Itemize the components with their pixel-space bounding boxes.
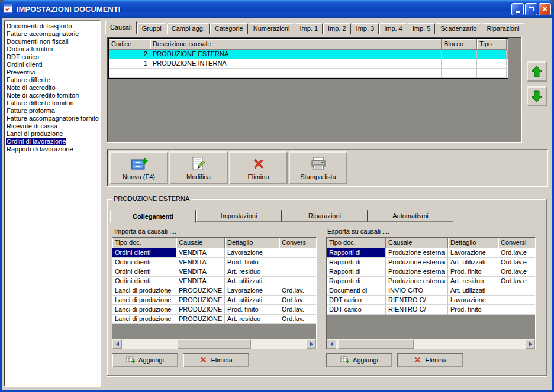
sidebar-item[interactable]: Ricevute di cassa bbox=[5, 122, 99, 130]
table-cell: DDT carico bbox=[327, 305, 386, 315]
tab-gruppi[interactable]: Gruppi bbox=[137, 23, 166, 34]
stampa-lista-button[interactable]: Stampa lista bbox=[289, 151, 347, 184]
document-types-listbox[interactable]: Documenti di trasportoFatture accompagna… bbox=[4, 20, 101, 387]
printer-icon bbox=[310, 155, 327, 172]
table-row[interactable]: 1PRODUZIONE INTERNA bbox=[109, 59, 508, 69]
esporta-label: Esporta su causali .... bbox=[327, 228, 389, 235]
table-row[interactable]: 2PRODUZIONE ESTERNA bbox=[109, 50, 508, 59]
table-row[interactable]: DDT caricoRIENTRO C/Prod. finito bbox=[327, 305, 535, 315]
esporta-aggiungi-button[interactable]: Aggiungi bbox=[326, 353, 392, 367]
scrollbar-thumb[interactable] bbox=[338, 339, 414, 349]
subtab-riparazioni[interactable]: Riparazioni bbox=[282, 210, 368, 222]
close-button[interactable]: × bbox=[539, 3, 551, 15]
column-header[interactable]: Dettaglio bbox=[448, 238, 498, 248]
table-row[interactable]: Ordini clientiVENDITAProd. finito bbox=[112, 258, 316, 267]
importa-aggiungi-button[interactable]: Aggiungi bbox=[112, 353, 178, 367]
tab-imp-1[interactable]: Imp. 1 bbox=[295, 23, 323, 34]
column-header[interactable]: Descrizione causale bbox=[150, 39, 442, 50]
table-row[interactable]: Ordini clientiVENDITAArt. residuo bbox=[112, 267, 316, 277]
table-row[interactable]: Ordini clientiVENDITAArt. utilizzati bbox=[112, 277, 316, 286]
tab-riparazioni[interactable]: Riparazioni bbox=[482, 23, 524, 34]
tab-categorie[interactable]: Categorie bbox=[210, 23, 248, 34]
scroll-right-button[interactable] bbox=[526, 339, 535, 349]
esporta-horizontal-scrollbar[interactable] bbox=[327, 339, 535, 349]
table-row[interactable]: Lanci di produzionePRODUZIONELavorazione… bbox=[112, 286, 316, 296]
sidebar-item[interactable]: Documenti di trasporto bbox=[5, 22, 99, 30]
move-up-button[interactable] bbox=[527, 61, 547, 82]
table-cell: INVIO C/TO bbox=[386, 286, 448, 296]
sidebar-item[interactable]: Ordini di lavorazione bbox=[5, 138, 99, 145]
sidebar-item[interactable]: Fatture differite bbox=[5, 76, 99, 84]
esporta-elimina-button[interactable]: Elimina bbox=[397, 353, 463, 367]
column-header[interactable]: Causale bbox=[176, 238, 225, 248]
table-row[interactable]: Rapporti diProduzione esternaLavorazione… bbox=[327, 248, 535, 258]
importa-horizontal-scrollbar[interactable] bbox=[112, 339, 316, 349]
column-header[interactable]: Tipo doc. bbox=[327, 238, 386, 248]
table-row[interactable]: Ordini clientiVENDITALavorazione bbox=[112, 248, 316, 258]
elimina-button[interactable]: Elimina bbox=[229, 151, 288, 184]
column-header[interactable]: Tipo bbox=[477, 39, 507, 50]
modifica-button[interactable]: Modifica bbox=[169, 151, 228, 184]
scrollbar-track[interactable] bbox=[336, 339, 526, 349]
scrollbar-track[interactable] bbox=[122, 339, 307, 349]
maximize-button[interactable] bbox=[525, 3, 537, 15]
scrollbar-thumb[interactable] bbox=[178, 339, 252, 349]
column-header[interactable]: Causale bbox=[386, 238, 448, 248]
sidebar-item[interactable]: Fatture accompagnatorie fornitori bbox=[5, 115, 99, 122]
subtab-collegamenti[interactable]: Collegamenti bbox=[110, 210, 196, 223]
table-row[interactable]: Lanci di produzionePRODUZIONEArt. utiliz… bbox=[112, 296, 316, 305]
sidebar-item[interactable]: Fatture accompagnatorie bbox=[5, 30, 99, 38]
sidebar-item-label: Fatture proforma bbox=[6, 107, 56, 114]
sidebar-item[interactable]: Documenti non fiscali bbox=[5, 38, 99, 46]
tab-imp-5[interactable]: Imp. 5 bbox=[408, 23, 436, 34]
sidebar-item[interactable]: Note di accredito bbox=[5, 84, 99, 92]
sidebar-item[interactable]: Rapporti di lavorazione bbox=[5, 145, 99, 153]
tab-campi-agg-[interactable]: Campi agg. bbox=[167, 23, 210, 34]
table-cell bbox=[498, 286, 535, 296]
table-row[interactable]: Lanci di produzionePRODUZIONEProd. finit… bbox=[112, 305, 316, 315]
table-cell: Art. residuo bbox=[225, 267, 279, 277]
importa-grid[interactable]: Tipo doc.CausaleDettaglioConversOrdini c… bbox=[112, 237, 317, 349]
tab-imp-4[interactable]: Imp. 4 bbox=[379, 23, 407, 34]
table-row[interactable] bbox=[109, 69, 508, 78]
table-row[interactable]: Rapporti diProduzione esternaProd. finit… bbox=[327, 267, 535, 277]
sidebar-item[interactable]: Fatture proforma bbox=[5, 107, 99, 115]
table-cell: VENDITA bbox=[176, 277, 225, 286]
column-header[interactable]: Blocco bbox=[442, 39, 477, 50]
tab-numerazioni[interactable]: Numerazioni bbox=[249, 23, 295, 34]
sidebar-item[interactable]: Lanci di produzione bbox=[5, 130, 99, 138]
causali-table[interactable]: CodiceDescrizione causaleBloccoTipo2PROD… bbox=[108, 38, 508, 79]
table-row[interactable]: Rapporti diProduzione esternaArt. residu… bbox=[327, 277, 535, 286]
nuova-button[interactable]: Nuova (F4) bbox=[109, 151, 168, 184]
column-header[interactable]: Conversi bbox=[498, 238, 535, 248]
scroll-left-button[interactable] bbox=[112, 339, 122, 349]
subtab-impostazioni[interactable]: Impostazioni bbox=[196, 210, 282, 222]
sidebar-item[interactable]: Ordini a fornitori bbox=[5, 46, 99, 53]
table-row[interactable]: Rapporti diProduzione esternaArt. utiliz… bbox=[327, 258, 535, 267]
tab-imp-2[interactable]: Imp. 2 bbox=[323, 23, 351, 34]
tab-imp-3[interactable]: Imp. 3 bbox=[352, 23, 379, 34]
table-row[interactable]: Lanci di produzionePRODUZIONEArt. residu… bbox=[112, 315, 316, 324]
table-row[interactable]: DDT caricoRIENTRO C/Lavorazione bbox=[327, 296, 535, 305]
column-header[interactable]: Codice bbox=[109, 39, 150, 50]
scroll-left-button[interactable] bbox=[327, 339, 336, 349]
sidebar-item[interactable]: Note di accredito fornitori bbox=[5, 92, 99, 99]
subtab-automatismi[interactable]: Automatismi bbox=[368, 210, 453, 222]
minimize-button[interactable] bbox=[511, 3, 524, 15]
column-header[interactable]: Tipo doc. bbox=[112, 238, 176, 248]
scroll-right-button[interactable] bbox=[307, 339, 316, 349]
table-row[interactable]: Documenti diINVIO C/TOArt. utilizzati bbox=[327, 286, 535, 296]
sidebar-item[interactable]: Fatture differite fornitori bbox=[5, 99, 99, 107]
sidebar-item[interactable]: Ordini clienti bbox=[5, 61, 99, 69]
sidebar-item[interactable]: Preventivi bbox=[5, 69, 99, 76]
move-down-button[interactable] bbox=[527, 86, 547, 106]
column-header[interactable]: Dettaglio bbox=[225, 238, 279, 248]
tab-causali[interactable]: Causali bbox=[105, 21, 137, 34]
importa-elimina-button[interactable]: Elimina bbox=[183, 353, 249, 367]
tab-scadenzario[interactable]: Scadenzario bbox=[436, 23, 481, 34]
window-title: IMPOSTAZIONI DOCUMENTI bbox=[17, 5, 510, 14]
esporta-grid[interactable]: Tipo doc.CausaleDettaglioConversiRapport… bbox=[326, 237, 536, 349]
titlebar[interactable]: IMPOSTAZIONI DOCUMENTI × bbox=[0, 0, 554, 18]
sidebar-item[interactable]: DDT carico bbox=[5, 53, 99, 61]
column-header[interactable]: Convers bbox=[279, 238, 316, 248]
